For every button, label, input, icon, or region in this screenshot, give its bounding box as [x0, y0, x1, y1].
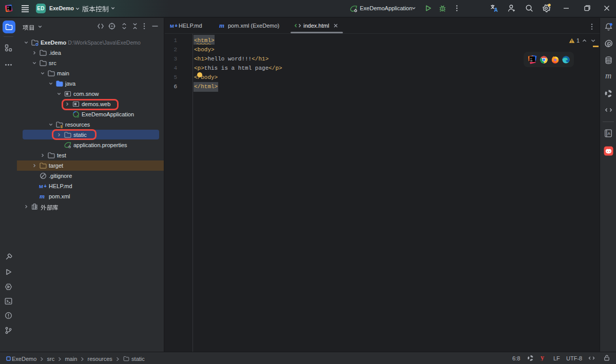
svg-text:M: M	[170, 23, 174, 29]
svg-text:m: m	[605, 72, 611, 80]
svg-text:M: M	[39, 184, 43, 189]
svg-text:A: A	[494, 7, 498, 13]
svg-text:m: m	[40, 192, 45, 200]
svg-text:m: m	[219, 22, 224, 29]
svg-text:IJ: IJ	[7, 7, 9, 9]
svg-text:IJ: IJ	[530, 57, 532, 60]
svg-text:A: A	[608, 131, 611, 136]
svg-text:y: y	[541, 354, 544, 361]
